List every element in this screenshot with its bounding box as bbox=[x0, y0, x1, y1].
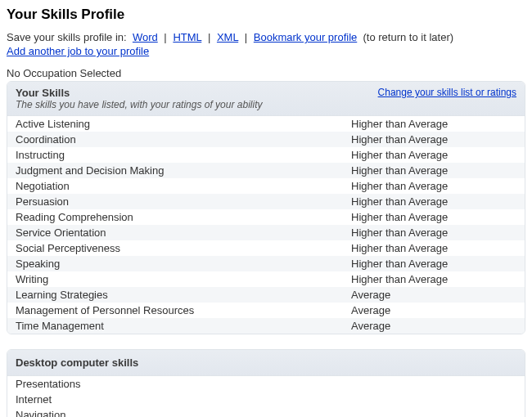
skill-name: Management of Personnel Resources bbox=[16, 304, 351, 316]
save-html-link[interactable]: HTML bbox=[173, 31, 201, 43]
skill-row: Social PerceptivenessHigher than Average bbox=[7, 240, 525, 256]
save-prefix: Save your skills profile in: bbox=[7, 31, 127, 43]
skill-row: Judgment and Decision MakingHigher than … bbox=[7, 163, 525, 178]
skill-row: Learning StrategiesAverage bbox=[7, 287, 525, 303]
desktop-skills-panel: Desktop computer skills PresentationsInt… bbox=[7, 349, 525, 417]
skill-row: Time ManagementAverage bbox=[7, 318, 525, 334]
skill-row: SpeakingHigher than Average bbox=[7, 256, 525, 271]
desktop-body: PresentationsInternetNavigationWord Proc… bbox=[7, 376, 525, 417]
desktop-skill-item: Internet bbox=[7, 392, 525, 407]
skills-panel: Your Skills The skills you have listed, … bbox=[7, 81, 525, 334]
skill-rating: Higher than Average bbox=[351, 118, 516, 130]
skill-rating: Higher than Average bbox=[351, 149, 516, 161]
skill-rating: Higher than Average bbox=[351, 273, 516, 285]
skill-rating: Average bbox=[351, 304, 516, 316]
skill-rating: Higher than Average bbox=[351, 258, 516, 270]
save-trailing: (to return to it later) bbox=[363, 31, 454, 43]
change-skills-link[interactable]: Change your skills list or ratings bbox=[378, 87, 516, 98]
skills-panel-header: Your Skills The skills you have listed, … bbox=[7, 82, 525, 116]
desktop-panel-title: Desktop computer skills bbox=[16, 356, 138, 369]
skill-row: NegotiationHigher than Average bbox=[7, 178, 525, 194]
skill-name: Judgment and Decision Making bbox=[16, 164, 351, 177]
skill-rating: Higher than Average bbox=[351, 133, 516, 146]
skill-name: Coordination bbox=[16, 133, 351, 146]
skills-body: Active ListeningHigher than AverageCoord… bbox=[7, 116, 525, 334]
skill-rating: Average bbox=[351, 320, 516, 332]
skill-rating: Higher than Average bbox=[351, 226, 516, 239]
skills-panel-subtitle: The skills you have listed, with your ra… bbox=[16, 99, 262, 110]
skill-row: Reading ComprehensionHigher than Average bbox=[7, 209, 525, 225]
skill-name: Social Perceptiveness bbox=[16, 242, 351, 254]
skill-name: Negotiation bbox=[16, 180, 351, 192]
desktop-skill-item: Presentations bbox=[7, 376, 525, 392]
separator: | bbox=[208, 31, 210, 43]
skill-name: Persuasion bbox=[16, 195, 351, 208]
skill-rating: Higher than Average bbox=[351, 242, 516, 254]
skill-rating: Average bbox=[351, 289, 516, 301]
skill-name: Reading Comprehension bbox=[16, 211, 351, 223]
page-title: Your Skills Profile bbox=[7, 7, 525, 23]
skill-name: Learning Strategies bbox=[16, 289, 351, 301]
skill-name: Writing bbox=[16, 273, 351, 285]
separator: | bbox=[164, 31, 166, 43]
skill-name: Time Management bbox=[16, 320, 351, 332]
skill-row: PersuasionHigher than Average bbox=[7, 194, 525, 209]
desktop-panel-header: Desktop computer skills bbox=[7, 350, 525, 376]
skill-rating: Higher than Average bbox=[351, 195, 516, 208]
desktop-skill-item: Navigation bbox=[7, 407, 525, 417]
no-occupation-text: No Occupation Selected bbox=[7, 67, 525, 79]
bookmark-profile-link[interactable]: Bookmark your profile bbox=[254, 31, 357, 43]
skill-name: Speaking bbox=[16, 258, 351, 270]
save-line: Save your skills profile in: Word | HTML… bbox=[7, 31, 525, 43]
add-job-link[interactable]: Add another job to your profile bbox=[7, 45, 149, 57]
skill-rating: Higher than Average bbox=[351, 164, 516, 177]
skills-panel-title: Your Skills bbox=[16, 87, 262, 99]
skill-row: WritingHigher than Average bbox=[7, 271, 525, 287]
save-word-link[interactable]: Word bbox=[133, 31, 158, 43]
separator: | bbox=[245, 31, 247, 43]
skill-name: Service Orientation bbox=[16, 226, 351, 239]
skill-name: Active Listening bbox=[16, 118, 351, 130]
skill-row: InstructingHigher than Average bbox=[7, 147, 525, 163]
skill-row: Management of Personnel ResourcesAverage bbox=[7, 303, 525, 318]
skill-row: CoordinationHigher than Average bbox=[7, 132, 525, 147]
skill-name: Instructing bbox=[16, 149, 351, 161]
skill-rating: Higher than Average bbox=[351, 180, 516, 192]
skill-row: Service OrientationHigher than Average bbox=[7, 225, 525, 240]
skill-row: Active ListeningHigher than Average bbox=[7, 116, 525, 132]
skill-rating: Higher than Average bbox=[351, 211, 516, 223]
save-xml-link[interactable]: XML bbox=[217, 31, 238, 43]
